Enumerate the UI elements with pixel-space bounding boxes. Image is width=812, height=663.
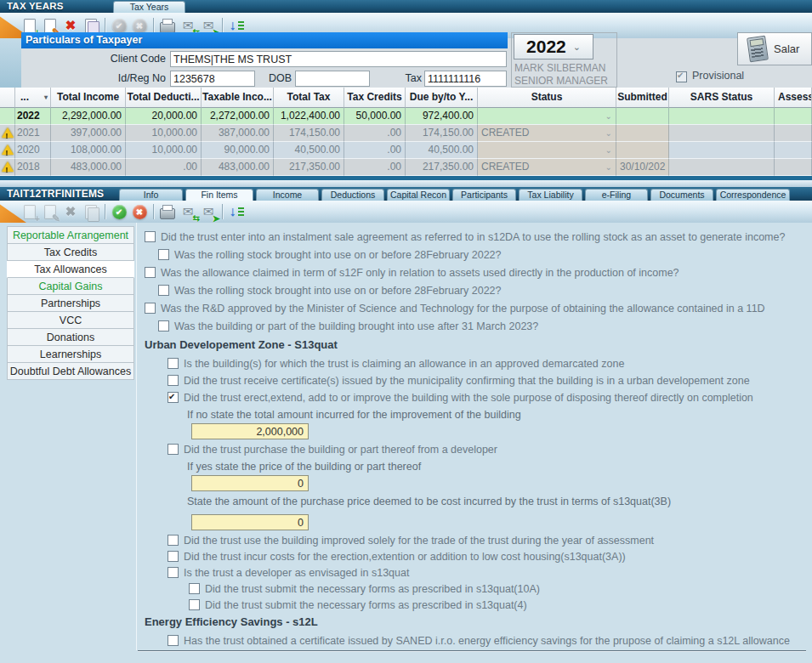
sidebar-item-tax-credits[interactable]: Tax Credits [7,244,134,261]
submitted-cell[interactable] [616,142,669,159]
building-price-input[interactable] [191,475,309,491]
question-checkbox[interactable] [168,551,179,562]
grid-header-due[interactable]: Due by/to Y... [406,88,478,108]
question-checkbox[interactable] [168,567,179,578]
tab-tax-years[interactable]: Tax Years [113,1,185,13]
grid-header-tax-credits[interactable]: Tax Credits [344,88,406,108]
assessment-cell[interactable] [775,142,812,159]
assessment-cell[interactable] [775,108,812,125]
question-checkbox[interactable] [168,444,179,455]
tab-income[interactable]: Income [256,189,319,201]
tax-year-dropdown[interactable]: 2022 ⌄ [514,34,593,60]
taxable-income-cell[interactable]: 483,000.00 [202,159,274,176]
question-checkbox[interactable] [145,267,156,278]
total-tax-cell[interactable]: 40,500.00 [274,142,344,159]
sidebar-item-learnerships[interactable]: Learnerships [7,346,134,363]
accept-icon[interactable]: ✔ [110,202,128,221]
question-checkbox[interactable] [168,535,179,546]
question-checkbox[interactable] [168,392,179,403]
due-cell[interactable]: 174,150.00 [406,125,478,142]
total-deductions-cell[interactable]: 20,000.00 [126,108,202,125]
grid-header-sars-status[interactable]: SARS Status [669,88,775,108]
grid-header-total-income[interactable]: Total Income [51,88,126,108]
year-cell[interactable]: 2018 [15,159,51,176]
assessment-cell[interactable] [775,159,812,176]
taxable-income-cell[interactable]: 387,000.00 [202,125,274,142]
row-header-cell[interactable] [0,125,15,142]
question-checkbox[interactable] [189,583,200,594]
submitted-cell[interactable] [616,108,669,125]
grid-header-status[interactable]: Status [478,88,616,108]
sars-status-cell[interactable] [669,142,775,159]
due-cell[interactable]: 40,500.00 [406,142,478,159]
tax-year-row[interactable]: 2021 397,000.00 10,000.00 387,000.00 174… [0,125,812,142]
year-cell[interactable]: 2021 [15,125,51,142]
sars-status-cell[interactable] [669,159,775,176]
row-header-cell[interactable] [0,108,15,125]
grid-header-total-deductions[interactable]: Total Deducti... [126,88,202,108]
client-code-input[interactable] [170,51,507,67]
tax-number-input[interactable] [424,71,507,87]
mail-send-icon[interactable]: ✉➤ [199,202,218,221]
status-dropdown-cell[interactable]: ⌄ [478,108,616,125]
sars-status-cell[interactable] [669,108,775,125]
grid-header-total-tax[interactable]: Total Tax [274,88,344,108]
dob-input[interactable] [295,71,370,87]
tab-correspondence[interactable]: Correspondence [716,189,790,201]
taxable-income-cell[interactable]: 2,272,000.00 [202,108,274,125]
tab-e-filing[interactable]: e-Filing [585,189,648,201]
total-tax-cell[interactable]: 1,022,400.00 [274,108,344,125]
sidebar-item-donations[interactable]: Donations [7,329,134,346]
total-deductions-cell[interactable]: .00 [126,159,202,176]
question-checkbox[interactable] [158,249,169,260]
tab-capital-recon[interactable]: Capital Recon [387,189,450,201]
tax-credits-cell[interactable]: 50,000.00 [344,108,406,125]
deemed-cost-input[interactable] [191,514,309,530]
tax-year-row[interactable]: 2020 108,000.00 10,000.00 90,000.00 40,5… [0,142,812,159]
status-dropdown-cell[interactable]: ⌄CREATED [478,125,616,142]
sidebar-item-vcc[interactable]: VCC [7,312,134,329]
row-header-cell[interactable] [0,142,15,159]
assessment-cell[interactable] [775,125,812,142]
row-header-cell[interactable] [0,159,15,176]
sars-status-cell[interactable] [669,125,775,142]
sidebar-item-tax-allowances[interactable]: Tax Allowances [7,261,134,278]
question-checkbox[interactable] [168,635,179,646]
tab-fin-items[interactable]: Fin Items [185,189,253,201]
salary-button[interactable]: Salar [737,32,812,65]
tab-info[interactable]: Info [119,189,183,201]
tax-year-row[interactable]: 2022 2,292,000.00 20,000.00 2,272,000.00… [0,108,812,125]
cancel-icon[interactable]: ✖ [130,202,149,221]
tax-year-row[interactable]: 2018 483,000.00 .00 483,000.00 217,350.0… [0,159,812,176]
tab-tax-liability[interactable]: Tax Liability [519,189,582,201]
total-tax-cell[interactable]: 217,350.00 [274,159,344,176]
total-deductions-cell[interactable]: 10,000.00 [126,125,202,142]
tab-participants[interactable]: Participants [452,189,516,201]
grid-header-year-filter[interactable]: ▾... [15,88,51,108]
tax-credits-cell[interactable]: .00 [344,159,406,176]
mail-sync-icon[interactable]: ✉⇆ [179,202,197,221]
status-dropdown-cell[interactable]: ⌄ [478,142,616,159]
tab-deductions[interactable]: Deductions [321,189,384,201]
id-reg-input[interactable] [170,71,255,87]
question-checkbox[interactable] [189,599,200,610]
total-tax-cell[interactable]: 174,150.00 [274,125,344,142]
grid-header-submitted[interactable]: Submitted [616,88,669,108]
question-checkbox[interactable] [168,375,179,386]
question-checkbox[interactable] [145,303,156,314]
due-cell[interactable]: 217,350.00 [406,159,478,176]
total-income-cell[interactable]: 108,000.00 [51,142,126,159]
grid-header-assessment[interactable]: Assess... [775,88,812,108]
question-checkbox[interactable] [158,285,169,296]
tab-documents[interactable]: Documents [650,189,713,201]
question-checkbox[interactable] [145,231,156,242]
total-deductions-cell[interactable]: 10,000.00 [126,142,202,159]
improvement-amount-input[interactable] [191,423,309,439]
year-cell[interactable]: 2022 [15,108,51,125]
total-income-cell[interactable]: 2,292,000.00 [51,108,126,125]
question-checkbox[interactable] [158,320,169,332]
grid-header-taxable-income[interactable]: Taxable Inco... [202,88,274,108]
sidebar-item-capital-gains[interactable]: Capital Gains [7,278,134,295]
total-income-cell[interactable]: 483,000.00 [51,159,126,176]
taxable-income-cell[interactable]: 90,000.00 [202,142,274,159]
